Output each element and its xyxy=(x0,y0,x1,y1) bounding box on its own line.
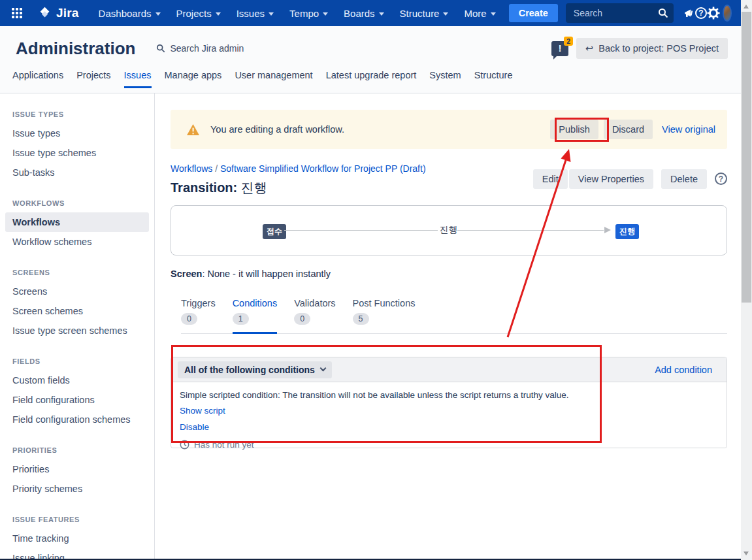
condition-description: Simple scripted condition: The transitio… xyxy=(180,390,719,400)
sidebar-item-sub-tasks[interactable]: Sub-tasks xyxy=(5,163,149,182)
tab-validators[interactable]: Validators 0 xyxy=(294,298,335,334)
page-title: Administration xyxy=(16,39,135,59)
show-script-link[interactable]: Show script xyxy=(180,406,225,416)
status-badge-to[interactable]: 진행 xyxy=(615,224,639,239)
back-arrow-icon: ↩ xyxy=(585,43,593,54)
nav-item-structure[interactable]: Structure xyxy=(392,0,457,26)
draft-warning-banner: You are editing a draft workflow. Publis… xyxy=(171,110,727,149)
chevron-down-icon xyxy=(319,365,326,372)
announcement-icon[interactable] xyxy=(683,3,695,24)
breadcrumb-workflows-link[interactable]: Workflows xyxy=(171,163,212,174)
sidebar-item-time-tracking[interactable]: Time tracking xyxy=(5,529,149,548)
transition-line xyxy=(457,230,604,231)
jira-admin-page: Jira Dashboards Projects Issues Tempo Bo… xyxy=(0,0,752,560)
breadcrumb: Workflows / Software Simplified Workflow… xyxy=(171,163,426,174)
warning-icon xyxy=(186,124,200,136)
create-button[interactable]: Create xyxy=(509,4,558,22)
validators-count-badge: 0 xyxy=(294,313,310,325)
nav-item-boards[interactable]: Boards xyxy=(336,0,392,26)
disable-link[interactable]: Disable xyxy=(180,422,209,432)
chevron-down-icon xyxy=(155,12,161,16)
chevron-down-icon xyxy=(379,12,384,16)
sidebar-item-issue-linking[interactable]: Issue linking xyxy=(5,548,149,559)
sidebar-item-custom-fields[interactable]: Custom fields xyxy=(5,371,149,390)
conditions-panel-header: All of the following conditions Add cond… xyxy=(171,357,727,382)
sidebar-item-priorities[interactable]: Priorities xyxy=(5,459,149,479)
nav-item-projects[interactable]: Projects xyxy=(169,0,229,26)
scrollbar-thumb[interactable] xyxy=(742,12,751,303)
tab-conditions[interactable]: Conditions 1 xyxy=(233,298,278,334)
breadcrumb-workflow-link[interactable]: Software Simplified Workflow for Project… xyxy=(220,163,426,174)
view-properties-button[interactable]: View Properties xyxy=(569,169,653,189)
tab-system[interactable]: System xyxy=(429,70,461,88)
sidebar-item-workflows[interactable]: Workflows xyxy=(5,212,149,232)
nav-item-issues[interactable]: Issues xyxy=(229,0,282,26)
notification-icon[interactable]: ! 2 xyxy=(551,41,568,56)
back-to-project-button[interactable]: ↩ Back to project: POS Project xyxy=(576,38,728,59)
chevron-down-icon xyxy=(443,12,448,16)
tab-post-functions[interactable]: Post Functions 5 xyxy=(353,298,416,334)
screen-info: Screen: None - it will happen instantly xyxy=(171,269,727,279)
help-icon[interactable]: ? xyxy=(695,3,707,24)
tab-applications[interactable]: Applications xyxy=(12,70,63,88)
sidebar-item-priority-schemes[interactable]: Priority schemes xyxy=(5,479,149,499)
tab-structure[interactable]: Structure xyxy=(474,70,513,88)
clock-icon xyxy=(180,440,189,450)
transition-line xyxy=(284,230,438,231)
notification-badge: 2 xyxy=(564,37,573,46)
vertical-scrollbar[interactable] xyxy=(741,0,752,560)
admin-sidebar: ISSUE TYPES Issue types Issue type schem… xyxy=(0,93,155,559)
sidebar-item-field-configuration-schemes[interactable]: Field configuration schemes xyxy=(5,410,149,429)
condition-run-status: Has not run yet xyxy=(180,440,719,450)
main-content: You are editing a draft workflow. Publis… xyxy=(155,93,741,559)
tab-triggers[interactable]: Triggers 0 xyxy=(181,298,216,334)
scrollbar-up-arrow-icon[interactable] xyxy=(744,5,749,8)
help-icon[interactable]: ? xyxy=(715,173,727,185)
sidebar-item-screen-schemes[interactable]: Screen schemes xyxy=(5,301,149,321)
sidebar-item-issue-types[interactable]: Issue types xyxy=(5,124,149,143)
add-condition-link[interactable]: Add condition xyxy=(655,365,712,375)
tab-user-management[interactable]: User management xyxy=(235,70,312,88)
transition-tab-bar: Triggers 0 Conditions 1 Validators 0 Pos… xyxy=(181,298,727,334)
nav-item-dashboards[interactable]: Dashboards xyxy=(91,0,169,26)
conditions-panel-body: Simple scripted condition: The transitio… xyxy=(171,382,727,448)
admin-search[interactable]: Search Jira admin xyxy=(156,43,244,54)
draft-warning-text: You are editing a draft workflow. xyxy=(210,124,344,135)
sidebar-heading-screens: SCREENS xyxy=(12,269,154,276)
condition-group-dropdown[interactable]: All of the following conditions xyxy=(178,361,332,378)
tab-issues[interactable]: Issues xyxy=(124,70,152,88)
search-icon xyxy=(156,44,165,53)
chevron-down-icon xyxy=(269,12,274,16)
sidebar-item-screens[interactable]: Screens xyxy=(5,282,149,301)
nav-item-more[interactable]: More xyxy=(456,0,503,26)
publish-button[interactable]: Publish xyxy=(550,120,598,139)
search-icon xyxy=(658,8,668,18)
nav-item-tempo[interactable]: Tempo xyxy=(282,0,336,26)
edit-button[interactable]: Edit xyxy=(533,169,568,189)
tab-manage-apps[interactable]: Manage apps xyxy=(165,70,222,88)
settings-gear-icon[interactable] xyxy=(707,3,720,24)
sidebar-item-issue-type-schemes[interactable]: Issue type schemes xyxy=(5,143,149,163)
jira-logo-text: Jira xyxy=(56,6,79,20)
conditions-count-badge: 1 xyxy=(233,313,249,325)
app-switcher-icon[interactable] xyxy=(12,8,22,18)
jira-logo[interactable]: Jira xyxy=(38,6,79,20)
chevron-down-icon xyxy=(323,12,328,16)
triggers-count-badge: 0 xyxy=(181,313,197,325)
jira-logo-icon xyxy=(38,6,52,20)
user-avatar[interactable] xyxy=(723,5,732,22)
sidebar-heading-fields: FIELDS xyxy=(12,357,154,365)
view-original-link[interactable]: View original xyxy=(662,124,715,135)
sidebar-item-workflow-schemes[interactable]: Workflow schemes xyxy=(5,232,149,252)
tab-projects[interactable]: Projects xyxy=(76,70,110,88)
discard-button[interactable]: Discard xyxy=(604,120,653,139)
tab-latest-upgrade-report[interactable]: Latest upgrade report xyxy=(326,70,417,88)
sidebar-heading-workflows: WORKFLOWS xyxy=(12,199,154,207)
delete-button[interactable]: Delete xyxy=(661,169,707,189)
transition-label[interactable]: 진행 xyxy=(440,224,457,236)
sidebar-item-issue-type-screen-schemes[interactable]: Issue type screen schemes xyxy=(5,321,149,340)
status-badge-from[interactable]: 접수 xyxy=(263,224,286,239)
sidebar-item-field-configurations[interactable]: Field configurations xyxy=(5,390,149,410)
scrollbar-down-arrow-icon[interactable] xyxy=(744,552,749,555)
transition-name: 진행 xyxy=(241,180,267,195)
